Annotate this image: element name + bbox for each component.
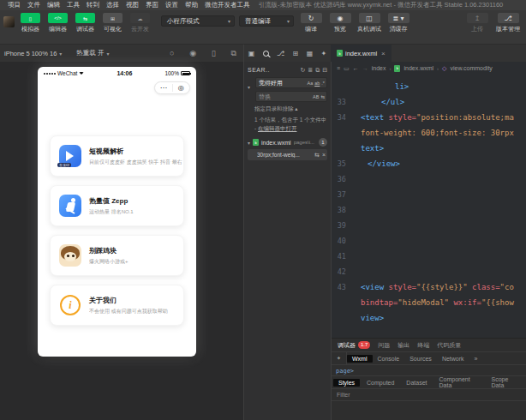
crumb-file[interactable]: index.wxml <box>403 65 433 71</box>
result-match-row[interactable]: 30rpx;font-weig... ⇆ × <box>248 149 327 160</box>
action-version-control-icon[interactable]: ⎇版本管理 <box>495 13 521 33</box>
expand-results-icon[interactable]: ≣ <box>308 67 313 74</box>
debugger-tab-代码质量[interactable]: 代码质量 <box>437 341 461 350</box>
menu-item-视图[interactable]: 视图 <box>123 1 142 9</box>
device-debug-icon: ◫ <box>359 13 380 23</box>
style-tab-scope-data[interactable]: Scope Data <box>487 375 525 389</box>
hot-reload-toggle[interactable]: 热重载 开 <box>76 49 104 57</box>
menu-item-编辑[interactable]: 编辑 <box>44 1 63 9</box>
action-compile-icon[interactable]: ↻编译 <box>298 13 324 33</box>
match-case-icon[interactable]: Aa <box>307 81 313 86</box>
forward-icon[interactable]: → <box>362 65 368 71</box>
preview-icon: ◉ <box>330 13 351 23</box>
card-video-parse-icon[interactable]: 去水印短视频解析目前仅可皮皮虾 皮皮搞笑 快手 抖音 最右 <box>50 135 184 177</box>
card-game-mascot-icon[interactable]: 别踩鸡块爆火网络小游戏+ <box>50 235 184 276</box>
menu-item-界面[interactable]: 界面 <box>142 1 162 9</box>
debugger-tab-终端[interactable]: 终端 <box>417 341 429 350</box>
replace-input[interactable]: 替换 AB ⇆ <box>255 91 327 102</box>
result-file-row[interactable]: ▾ b index.wxml pages\i... 1 <box>248 136 327 148</box>
open-new-icon[interactable]: ⧉ <box>315 67 320 74</box>
preserve-case-icon[interactable]: AB <box>313 94 319 99</box>
code-editor[interactable]: li>33</ul>34<text style="position:absolu… <box>332 75 526 338</box>
collapse-all-icon[interactable]: ⊟ <box>322 67 327 74</box>
menu-item-项目[interactable]: 项目 <box>4 1 24 9</box>
more-button[interactable]: ⋯ <box>155 82 172 93</box>
replace-all-icon[interactable]: ⇆ <box>320 94 325 99</box>
menu-item-工具[interactable]: 工具 <box>63 1 83 9</box>
tool-simulator-icon[interactable]: ▯模拟器 <box>19 13 42 33</box>
card-info-icon[interactable]: i关于我们不会使用 或有问题可点我获取帮助 <box>50 285 184 326</box>
files-icon[interactable]: ▣ <box>248 50 255 57</box>
search-icon[interactable] <box>263 51 269 57</box>
menu-item-帮助[interactable]: 帮助 <box>182 1 201 9</box>
tool-visual-icon[interactable]: ⊞可视化 <box>101 13 124 33</box>
replace-icon[interactable]: ⇆ <box>314 152 320 159</box>
compile-select-value: 普通编译 <box>245 17 278 26</box>
record-icon[interactable]: ◉ <box>189 49 196 57</box>
pin-icon[interactable]: ▭ <box>344 65 350 72</box>
refresh-icon[interactable]: ↻ <box>300 67 305 74</box>
image-icon[interactable]: ▦ <box>307 50 314 57</box>
whole-word-icon[interactable]: ab <box>314 81 320 86</box>
open-in-editor-link[interactable]: 在编辑器中打开 <box>258 125 297 131</box>
compile-select[interactable]: 普通编译 ▾ <box>239 15 294 27</box>
tool-debugger-icon[interactable]: ⇆调试器 <box>74 13 97 33</box>
action-label: 真机调试 <box>357 25 381 33</box>
device-selector[interactable]: iPhone 5 100% 16 <box>4 50 57 57</box>
phone-screen[interactable]: WeChat 14:06 100% ⋯ ◎ 去水印短视频解析目前仅可皮皮虾 皮皮… <box>38 67 196 357</box>
tool-cloud-icon[interactable]: ☁云开发 <box>129 13 152 33</box>
search-input[interactable]: 觉得好用 Aa ab .* <box>255 77 327 88</box>
action-preview-icon[interactable]: ◉预览 <box>327 13 353 33</box>
file-path: pages\i... <box>294 140 316 145</box>
user-avatar[interactable] <box>3 16 15 27</box>
tab-index-wxml[interactable]: b index.wxml × <box>331 45 392 62</box>
devtools-tab-Sources[interactable]: Sources <box>404 355 437 363</box>
crumb-folder[interactable]: index <box>372 65 386 71</box>
style-tab-component-data[interactable]: Component Data <box>433 375 484 389</box>
menu-item-转到[interactable]: 转到 <box>83 1 103 9</box>
device-icon[interactable]: ▯ <box>212 49 216 57</box>
debugger-tab-输出[interactable]: 输出 <box>397 341 409 350</box>
toggle-replace-icon[interactable]: ▾ <box>248 77 254 102</box>
dirs-toggle[interactable]: 指定目录和排除 ▴ <box>254 105 327 113</box>
style-tab-dataset[interactable]: Dataset <box>401 379 432 387</box>
pointer-icon[interactable]: ✦ <box>321 50 327 57</box>
tool-label: 可视化 <box>104 25 122 33</box>
debugger-tab-问题[interactable]: 问题 <box>378 341 390 350</box>
screenshot-icon[interactable]: ○ <box>170 49 174 57</box>
regex-icon[interactable]: .* <box>321 81 325 86</box>
card-subtitle: 不会使用 或有问题可点我获取帮助 <box>89 308 168 315</box>
menu-item-选择[interactable]: 选择 <box>103 1 123 9</box>
menu-bar: 项目文件编辑工具转到选择视图界面设置帮助微信开发者工具 引流版-未加密版本 优达… <box>0 0 526 10</box>
crumb-symbol[interactable]: view.commodity <box>450 65 492 71</box>
action-device-debug-icon[interactable]: ◫真机调试 <box>356 13 382 33</box>
status-time: 14:06 <box>84 70 164 76</box>
git-branch-icon[interactable]: ⎇ <box>277 50 284 57</box>
inspect-element-icon[interactable]: ⌖ <box>332 351 347 365</box>
debugger-tab-调试器[interactable]: 调试器1.7 <box>338 341 370 350</box>
devtools-tab-Console[interactable]: Console <box>373 355 405 363</box>
extensions-icon[interactable]: ⊞ <box>293 50 299 57</box>
style-filter-input[interactable]: Filter <box>332 389 526 401</box>
mode-select[interactable]: 小程序模式 ▾ <box>161 15 235 27</box>
tool-editor-icon[interactable]: </>编辑器 <box>46 13 69 33</box>
style-tab-computed[interactable]: Computed <box>362 379 399 387</box>
wxml-element-snippet[interactable]: page> <box>332 365 526 375</box>
tool-label: 云开发 <box>131 25 149 33</box>
devtools-tab-»[interactable]: » <box>469 355 483 363</box>
multi-window-icon[interactable]: ⧉ <box>231 49 236 58</box>
style-tab-styles[interactable]: Styles <box>333 379 360 387</box>
devtools-tab-Wxml[interactable]: Wxml <box>347 355 373 363</box>
menu-item-设置[interactable]: 设置 <box>162 1 182 9</box>
action-clear-cache-icon[interactable]: ≣ ▾清缓存 <box>386 13 411 33</box>
devtools-tab-Network[interactable]: Network <box>437 355 469 363</box>
card-runner-icon[interactable]: 热量值 Zepp运动热量 排名NO.1 <box>50 185 184 226</box>
dismiss-icon[interactable]: × <box>322 152 326 158</box>
menu-item-文件[interactable]: 文件 <box>24 1 44 9</box>
menu-icon[interactable]: ≡ <box>337 65 340 71</box>
code-line: text> <box>332 141 526 156</box>
home-button[interactable]: ◎ <box>173 82 190 93</box>
close-icon[interactable]: × <box>381 50 386 57</box>
back-icon[interactable]: ← <box>353 65 359 71</box>
menu-item-微信开发者工具[interactable]: 微信开发者工具 <box>201 1 254 9</box>
